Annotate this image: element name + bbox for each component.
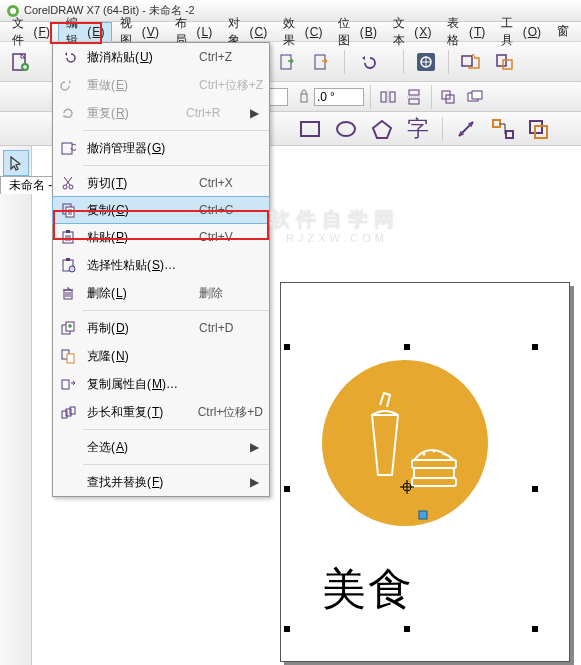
selection-handle[interactable] [284, 344, 290, 350]
menu-工具[interactable]: 工具(O) [493, 22, 549, 41]
menu-item-查找并替换[interactable]: 查找并替换(F)▶ [53, 468, 269, 496]
menu-item-repeat: 重复(R)Ctrl+R▶ [53, 99, 269, 127]
submenu-arrow-icon: ▶ [250, 440, 259, 454]
options-button[interactable] [491, 48, 519, 76]
menu-item-cut[interactable]: 剪切(T)Ctrl+X [53, 169, 269, 197]
menu-item-paste[interactable]: 粘贴(P)Ctrl+V [53, 223, 269, 251]
separator [403, 50, 404, 74]
artwork-text[interactable]: 美食 [322, 560, 414, 619]
menu-item-shortcut: 删除 [199, 285, 263, 302]
selection-handle[interactable] [404, 344, 410, 350]
clone-icon [53, 342, 83, 370]
rotation-field[interactable]: .0 ° [314, 88, 364, 106]
menu-item-step-repeat[interactable]: 步长和重复(T)Ctrl+位移+D [53, 398, 269, 426]
selection-center-icon[interactable] [400, 480, 414, 494]
svg-rect-10 [503, 60, 512, 69]
selection-group[interactable]: 美食 [300, 360, 560, 660]
copy-props-icon [53, 370, 83, 398]
rectangle-tool-button[interactable] [296, 115, 324, 143]
node-marker-icon[interactable] [418, 510, 428, 520]
menu-item-label: 复制属性自(M)… [83, 376, 263, 393]
mirror-v-button[interactable] [403, 86, 425, 108]
artwork-circle[interactable] [322, 360, 488, 526]
menu-表格[interactable]: 表格(T) [439, 22, 493, 41]
svg-point-37 [69, 185, 73, 189]
ellipse-tool-button[interactable] [332, 115, 360, 143]
svg-point-36 [63, 185, 67, 189]
menu-效果[interactable]: 效果(C) [275, 22, 330, 41]
menu-对象[interactable]: 对象(C) [220, 22, 275, 41]
svg-rect-15 [409, 99, 419, 104]
import-button[interactable] [274, 48, 302, 76]
menu-item-paste-special[interactable]: 选择性粘贴(S)… [53, 251, 269, 279]
menu-item-delete[interactable]: 删除(L)删除 [53, 279, 269, 307]
menu-item-copy[interactable]: 复制(C)Ctrl+C [52, 196, 270, 224]
edit-menu-dropdown: 撤消粘贴(U)Ctrl+Z重做(E)Ctrl+位移+Z重复(R)Ctrl+R▶撤… [52, 42, 270, 497]
menu-item-shortcut: Ctrl+C [199, 203, 263, 217]
svg-rect-8 [462, 56, 472, 66]
snap-toggle-button[interactable] [457, 48, 485, 76]
menu-item-label: 全选(A) [83, 439, 250, 456]
separator [442, 117, 443, 141]
menu-item-label: 查找并替换(F) [83, 474, 250, 491]
menu-文本[interactable]: 文本(X) [385, 22, 440, 41]
undo-manager-icon [53, 134, 83, 162]
svg-rect-50 [62, 380, 69, 389]
selection-handle[interactable] [284, 626, 290, 632]
menu-item-undo[interactable]: 撤消粘贴(U)Ctrl+Z [53, 43, 269, 71]
svg-point-31 [433, 450, 436, 453]
order-button[interactable] [464, 86, 486, 108]
menu-separator [83, 310, 269, 311]
connector-tool-button[interactable] [489, 115, 517, 143]
separator [431, 85, 432, 109]
blank-icon [53, 468, 83, 496]
separator [448, 50, 449, 74]
menu-窗[interactable]: 窗 [549, 22, 577, 41]
mirror-h-button[interactable] [377, 86, 399, 108]
text-tool-button[interactable]: 字 [404, 115, 432, 143]
svg-point-1 [10, 8, 16, 14]
redo-icon [53, 71, 83, 99]
svg-rect-11 [301, 94, 307, 102]
menu-item-label: 剪切(T) [83, 175, 199, 192]
align-button[interactable] [438, 86, 460, 108]
selection-handle[interactable] [532, 626, 538, 632]
selection-handle[interactable] [284, 486, 290, 492]
pick-tool[interactable] [3, 150, 29, 176]
svg-rect-35 [62, 143, 72, 154]
menu-item-copy-props[interactable]: 复制属性自(M)… [53, 370, 269, 398]
menu-item-redo: 重做(E)Ctrl+位移+Z [53, 71, 269, 99]
new-document-button[interactable] [6, 48, 34, 76]
menu-bar: 文件(F)编辑(E)视图(V)布局(L)对象(C)效果(C)位图(B)文本(X)… [0, 22, 581, 42]
svg-rect-34 [419, 511, 427, 519]
effects-tool-button[interactable] [525, 115, 553, 143]
menu-item-clone[interactable]: 克隆(N) [53, 342, 269, 370]
svg-rect-13 [390, 92, 395, 102]
undo-icon [53, 43, 83, 71]
svg-point-44 [69, 266, 75, 272]
menu-item-duplicate[interactable]: 再制(D)Ctrl+D [53, 314, 269, 342]
menu-item-undo-manager[interactable]: 撤消管理器(G) [53, 134, 269, 162]
svg-marker-22 [373, 121, 391, 138]
menu-布局[interactable]: 布局(L) [167, 22, 220, 41]
selection-handle[interactable] [532, 486, 538, 492]
menu-视图[interactable]: 视图(V) [112, 22, 167, 41]
menu-item-label: 撤消粘贴(U) [83, 49, 199, 66]
separator [370, 85, 371, 109]
menu-位图[interactable]: 位图(B) [330, 22, 385, 41]
menu-文件[interactable]: 文件(F) [4, 22, 58, 41]
dimension-tool-button[interactable] [453, 115, 481, 143]
menu-编辑[interactable]: 编辑(E) [58, 22, 113, 41]
menu-item-全选[interactable]: 全选(A)▶ [53, 433, 269, 461]
undo-button[interactable] [353, 48, 381, 76]
lock-aspect-icon[interactable] [298, 87, 310, 107]
menu-item-label: 再制(D) [83, 320, 199, 337]
menu-item-label: 重复(R) [83, 105, 186, 122]
menu-item-label: 粘贴(P) [83, 229, 199, 246]
selection-handle[interactable] [532, 344, 538, 350]
selection-handle[interactable] [404, 626, 410, 632]
export-button[interactable] [308, 48, 336, 76]
app-launcher-button[interactable] [412, 48, 440, 76]
delete-icon [53, 279, 83, 307]
polygon-tool-button[interactable] [368, 115, 396, 143]
